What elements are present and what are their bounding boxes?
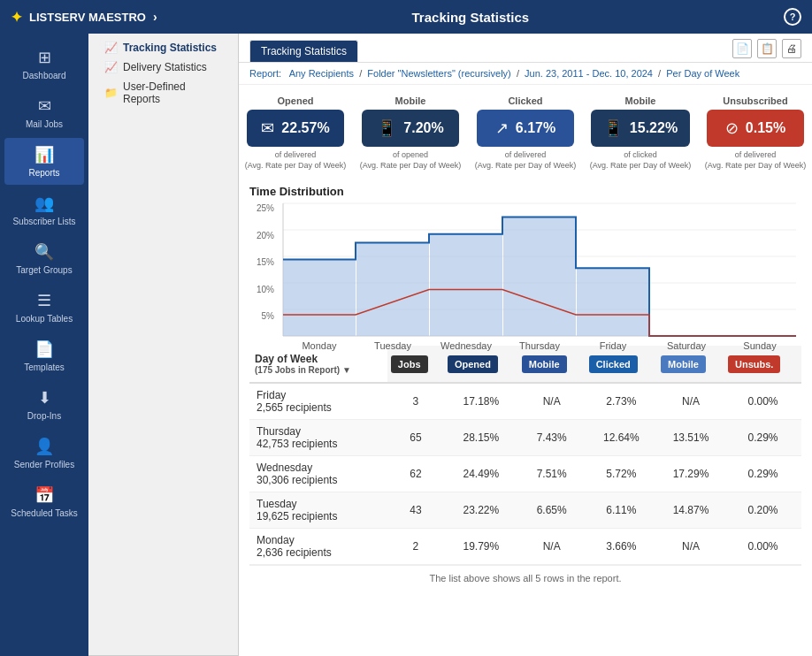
th-day-sub[interactable]: (175 Jobs in Report) ▼ <box>255 365 382 375</box>
stat-label-mobile-clicked: Mobile <box>625 95 656 106</box>
report-path-dates[interactable]: Jun. 23, 2011 - Dec. 10, 2024 <box>525 68 653 79</box>
subnav-delivery-statistics[interactable]: 📈 Delivery Statistics <box>99 58 227 76</box>
unsubscribe-icon: ⊘ <box>725 118 739 138</box>
stat-label-unsubscribed: Unsubscribed <box>723 95 787 106</box>
svg-text:Wednesday: Wednesday <box>440 340 492 351</box>
report-path-recipients[interactable]: Any Recipients <box>289 68 354 79</box>
stat-box-unsubscribed: ⊘ 0.15% <box>707 110 804 147</box>
th-clicked: Clicked <box>586 346 657 383</box>
cell-clicked: 3.66% <box>586 529 657 565</box>
table-row: Friday 2,565 recipients 3 17.18% N/A 2.7… <box>249 383 801 420</box>
cell-mobile-clicked: N/A <box>657 383 724 420</box>
data-table: Day of Week (175 Jobs in Report) ▼ Jobs <box>249 346 801 565</box>
stat-sub-mobile-clicked: of clicked(Avg. Rate per Day of Week) <box>590 150 692 171</box>
report-path-folder[interactable]: Folder "Newsletters" (recursively) <box>367 68 510 79</box>
sidebar-item-mail-jobs[interactable]: ✉ Mail Jobs <box>4 89 84 136</box>
stat-value-opened: 22.57% <box>281 120 329 136</box>
sidebar-item-drop-ins-label: Drop-Ins <box>27 411 61 421</box>
help-button[interactable]: ? <box>784 8 801 26</box>
day-name: Wednesday <box>257 461 380 474</box>
cursor-icon: ↗ <box>495 118 509 138</box>
sidebar-item-drop-ins[interactable]: ⬇ Drop-Ins <box>4 381 84 428</box>
sender-profiles-icon: 👤 <box>34 437 54 456</box>
subnav-tracking-label: Tracking Statistics <box>123 42 217 54</box>
th-mobile-clicked: Mobile <box>657 346 724 383</box>
table-row: Wednesday 30,306 recipients 62 24.49% 7.… <box>249 456 801 492</box>
sidebar-item-scheduled-tasks[interactable]: 📅 Scheduled Tasks <box>4 478 84 525</box>
stat-sub-opened: of delivered(Avg. Rate per Day of Week) <box>245 150 347 171</box>
export-pdf-button[interactable]: 📄 <box>732 39 752 58</box>
stat-sub-clicked: of delivered(Avg. Rate per Day of Week) <box>475 150 577 171</box>
stat-card-mobile-clicked: Mobile 📱 15.22% of clicked(Avg. Rate per… <box>587 95 693 171</box>
sidebar-item-mail-jobs-label: Mail Jobs <box>26 119 63 129</box>
stat-box-mobile-clicked: 📱 15.22% <box>591 110 690 147</box>
cell-clicked: 6.11% <box>586 492 657 529</box>
export-csv-button[interactable]: 📋 <box>757 39 777 58</box>
subnav-user-reports-label: User-Defined Reports <box>123 80 222 105</box>
th-jobs: Jobs <box>387 346 444 383</box>
reports-icon: 📊 <box>34 145 54 164</box>
table-row: Tuesday 19,625 recipients 43 23.22% 6.65… <box>249 492 801 529</box>
stat-label-mobile-opened: Mobile <box>395 95 426 106</box>
sidebar-item-lookup-tables-label: Lookup Tables <box>16 314 73 324</box>
delivery-stats-icon: 📈 <box>104 61 118 73</box>
cell-mobile-opened: N/A <box>518 529 586 565</box>
subnav-tracking-statistics[interactable]: 📈 Tracking Statistics <box>99 39 227 57</box>
stat-card-clicked: Clicked ↗ 6.17% of delivered(Avg. Rate p… <box>472 95 578 171</box>
subnav-delivery-label: Delivery Statistics <box>123 61 207 73</box>
table-section: Day of Week (175 Jobs in Report) ▼ Jobs <box>239 346 812 601</box>
cell-mobile-clicked: 13.51% <box>657 420 724 456</box>
sub-nav: 📈 Tracking Statistics 📈 Delivery Statist… <box>88 34 239 656</box>
sidebar-item-subscriber-lists[interactable]: 👥 Subscriber Lists <box>4 187 84 233</box>
top-bar-right: ? <box>784 8 801 26</box>
main-panel: Opened ✉ 22.57% of delivered(Avg. Rate p… <box>239 85 812 656</box>
col-header-unsubs: Unsubs. <box>728 355 780 373</box>
subscriber-lists-icon: 👥 <box>34 194 54 213</box>
scheduled-tasks-icon: 📅 <box>34 485 54 505</box>
app-brand: ✦ LISTSERV MAESTRO › <box>11 9 157 26</box>
table-row: Monday 2,636 recipients 2 19.79% N/A 3.6… <box>249 529 801 565</box>
chevron-icon: › <box>153 10 157 24</box>
sidebar-item-reports[interactable]: 📊 Reports <box>4 138 84 185</box>
sidebar: ⊞ Dashboard ✉ Mail Jobs 📊 Reports 👥 Subs… <box>0 34 88 656</box>
svg-text:Saturday: Saturday <box>667 340 707 351</box>
cell-clicked: 2.73% <box>586 383 657 420</box>
svg-text:Friday: Friday <box>600 340 627 351</box>
footer-note: The list above shows all 5 rows in the r… <box>249 565 801 591</box>
sidebar-item-scheduled-tasks-label: Scheduled Tasks <box>11 508 77 518</box>
cell-mobile-opened: 7.51% <box>518 456 586 492</box>
print-button[interactable]: 🖨 <box>782 39 801 58</box>
sidebar-item-dashboard[interactable]: ⊞ Dashboard <box>4 41 84 88</box>
cell-jobs: 65 <box>387 420 444 456</box>
day-name: Tuesday <box>257 498 380 510</box>
cell-unsubs: 0.29% <box>724 456 801 492</box>
target-groups-icon: 🔍 <box>34 242 54 262</box>
cell-jobs: 62 <box>387 456 444 492</box>
dashboard-icon: ⊞ <box>38 48 51 67</box>
tab-label: Tracking Statistics <box>261 45 347 57</box>
svg-rect-11 <box>577 269 649 337</box>
content-area: Tracking Statistics 📄 📋 🖨 Report: Any Re… <box>239 34 812 656</box>
tab-icons: 📄 📋 🖨 <box>732 39 801 62</box>
table-row: Thursday 42,753 recipients 65 28.15% 7.4… <box>249 420 801 456</box>
svg-rect-8 <box>356 243 429 337</box>
svg-text:Monday: Monday <box>302 340 337 351</box>
tab-tracking-statistics[interactable]: Tracking Statistics <box>249 40 358 62</box>
cell-opened: 28.15% <box>444 420 518 456</box>
mobile-icon-1: 📱 <box>377 118 396 138</box>
sidebar-item-templates[interactable]: 📄 Templates <box>4 332 84 379</box>
th-mobile-opened: Mobile <box>518 346 586 383</box>
sidebar-item-sender-profiles[interactable]: 👤 Sender Profiles <box>4 430 84 477</box>
svg-rect-10 <box>503 217 576 336</box>
subnav-user-defined-reports[interactable]: 📁 User-Defined Reports <box>99 78 227 108</box>
report-path-period[interactable]: Per Day of Week <box>666 68 739 79</box>
sidebar-item-lookup-tables[interactable]: ☰ Lookup Tables <box>4 284 84 331</box>
sidebar-item-reports-label: Reports <box>28 168 59 178</box>
y-label-5: 5% <box>249 311 274 321</box>
cell-mobile-opened: 6.65% <box>518 492 586 529</box>
sidebar-item-target-groups[interactable]: 🔍 Target Groups <box>4 235 84 282</box>
th-day-label: Day of Week <box>255 353 382 365</box>
cell-day-monday: Monday 2,636 recipients <box>249 529 387 565</box>
cell-clicked: 5.72% <box>586 456 657 492</box>
cell-mobile-clicked: 14.87% <box>657 492 724 529</box>
